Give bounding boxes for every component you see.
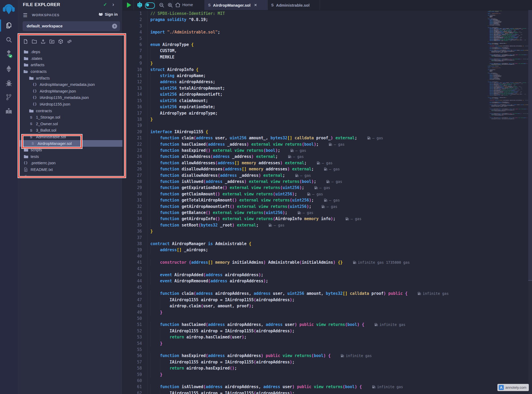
zoom-out-icon[interactable] [159, 2, 165, 8]
file-tree-item--states[interactable]: .states [18, 55, 122, 62]
code-line-36[interactable]: 36} [122, 228, 532, 234]
code-line-25[interactable]: 25 function allowAddresses(address[] mem… [122, 160, 532, 166]
code-line-61[interactable]: 61 function isAllowed(address airdropAdd… [122, 384, 532, 390]
code-line-62[interactable]: 62 IAirdrop1155 airdrop = IAirdrop1155(a… [122, 390, 532, 394]
code-line-52[interactable]: 52 IAirdrop1155 airdrop = IAirdrop1155(a… [122, 328, 532, 334]
code-line-51[interactable]: 51 function hasClaimed(address airdropAd… [122, 322, 532, 328]
file-tree-item-contracts[interactable]: contracts [18, 68, 122, 75]
code-line-21[interactable]: 21 function claim(address user, uint256 … [122, 135, 532, 141]
code-line-38[interactable]: 38contract AirdropManager is Administrab… [122, 241, 532, 247]
upload-file-icon[interactable] [40, 39, 46, 44]
new-folder-icon[interactable] [32, 39, 37, 44]
code-line-39[interactable]: 39 address[] _airdrops; [122, 247, 532, 253]
code-line-4[interactable]: 4import "./Administrable.sol"; [122, 29, 532, 35]
remix-logo-icon[interactable] [0, 2, 18, 16]
file-tree-item--deps[interactable]: .deps [18, 49, 122, 55]
code-line-10[interactable]: 10struct AirdropInfo { [122, 67, 532, 73]
code-line-46[interactable]: 46 function claim(address airdropAddress… [122, 291, 532, 297]
tab-administrable[interactable]: S Administrable.sol [267, 0, 320, 10]
file-tree-item-3-ballot-sol[interactable]: S3_Ballot.sol [18, 127, 122, 134]
code-line-24[interactable]: 24 function allowAddress(address _addres… [122, 154, 532, 160]
solidity-compiler-icon[interactable] [0, 49, 18, 58]
file-explorer-icon[interactable] [0, 21, 18, 30]
link-icon[interactable] [67, 39, 72, 44]
file-tree-item-airdropmanager-sol[interactable]: SAirdropManager.sol [19, 140, 122, 147]
file-tree-item-airdropmanager-metadata-json[interactable]: {}AirdropManager_metadata.json [18, 81, 122, 88]
code-line-29[interactable]: 29 function getExpirationDate() external… [122, 185, 532, 191]
scrollbar-slider[interactable] [528, 10, 532, 281]
deploy-run-icon[interactable] [0, 65, 18, 73]
code-line-43[interactable]: 43 event AirdropAdded(address airdropAdd… [122, 272, 532, 278]
code-editor[interactable]: 1// SPDX-License-Identifier: MIT2pragma … [122, 10, 532, 394]
file-tree-item-airdropmanager-json[interactable]: {}AirdropManager.json [18, 88, 122, 95]
code-line-60[interactable]: 60 [122, 378, 532, 384]
code-line-16[interactable]: 16 uint256 expirationDate; [122, 104, 532, 110]
code-line-34[interactable]: 34 function getAirdropInfo() external vi… [122, 216, 532, 222]
search-icon[interactable] [0, 36, 18, 44]
file-tree-item-iairdrop1155-metadata-json[interactable]: {}IAirdrop1155_metadata.json [18, 94, 122, 101]
file-tree-item-readme-txt[interactable]: README.txt [18, 166, 122, 173]
code-line-14[interactable]: 14 uint256 airdropAmountLeft; [122, 91, 532, 98]
home-icon[interactable] [175, 2, 181, 8]
code-line-49[interactable]: 49 } [122, 309, 532, 316]
file-tree-item-artifacts[interactable]: artifacts [18, 75, 122, 81]
code-line-26[interactable]: 26 function disallowAddresses(address[] … [122, 166, 532, 172]
ai-assistant-icon[interactable] [136, 2, 143, 8]
editor-scrollbar[interactable] [528, 10, 532, 394]
code-line-5[interactable]: 5 [122, 36, 532, 42]
tab-airdropmanager[interactable]: S AirdropManager.sol ✕ [204, 0, 267, 10]
code-line-32[interactable]: 32 function getAirdropAmountLeft() exter… [122, 204, 532, 210]
zoom-in-icon[interactable] [167, 2, 173, 8]
new-file-icon[interactable] [23, 39, 28, 44]
code-line-2[interactable]: 2pragma solidity ^0.8.19; [122, 17, 532, 23]
code-line-15[interactable]: 15 uint256 claimAmount; [122, 98, 532, 104]
code-line-41[interactable]: 41 constructor (address[] memory initial… [122, 259, 532, 266]
code-line-3[interactable]: 3 [122, 23, 532, 29]
code-line-54[interactable]: 54 } [122, 341, 532, 347]
code-line-20[interactable]: 20interface IAirdrop1155 { [122, 129, 532, 135]
code-line-1[interactable]: 1// SPDX-License-Identifier: MIT [122, 11, 532, 17]
code-line-6[interactable]: 6enum AirdropType { [122, 42, 532, 48]
code-line-58[interactable]: 58 return airdrop.hasExpired(); [122, 365, 532, 371]
code-line-23[interactable]: 23 function hasExpired() external view r… [122, 148, 532, 154]
file-tree-item-1-storage-sol[interactable]: S1_Storage.sol [18, 114, 122, 121]
code-line-17[interactable]: 17 AirdropType airdropType; [122, 110, 532, 116]
file-tree-item-administrable-sol[interactable]: SAdministrable.sol [18, 134, 122, 140]
toggle-switch[interactable] [145, 2, 155, 9]
file-tree-item-scripts[interactable]: scripts [18, 147, 122, 153]
code-line-47[interactable]: 47 IAirdrop1155 airdrop = IAirdrop1155(a… [122, 297, 532, 303]
code-line-7[interactable]: 7 CUSTOM, [122, 48, 532, 54]
code-line-19[interactable]: 19 [122, 123, 532, 129]
sign-in-button[interactable]: Sign in [98, 12, 118, 16]
code-line-28[interactable]: 28 function isAllowed(address _address) … [122, 179, 532, 185]
code-line-59[interactable]: 59 } [122, 372, 532, 378]
code-line-56[interactable]: 56 function hasExpired(address airdropAd… [122, 353, 532, 359]
workspaces-menu-icon[interactable]: ☰ [23, 12, 27, 18]
code-line-33[interactable]: 33 function getBalance() external view r… [122, 210, 532, 216]
file-tree-item-contracts[interactable]: contracts [18, 107, 122, 114]
code-line-44[interactable]: 44 event AirdropRemoved(address airdropA… [122, 278, 532, 284]
git-icon[interactable] [0, 93, 18, 101]
file-tree-item-iairdrop1155-json[interactable]: {}IAirdrop1155.json [18, 101, 122, 108]
file-tree-item--prettierrc-json[interactable]: {}.prettierrc.json [18, 160, 122, 166]
code-line-42[interactable]: 42 [122, 266, 532, 272]
close-tab-icon[interactable]: ✕ [254, 3, 257, 7]
tab-home[interactable]: Home [182, 2, 193, 7]
upload-folder-icon[interactable] [49, 39, 55, 44]
debugger-icon[interactable] [0, 79, 18, 87]
code-line-18[interactable]: 18} [122, 116, 532, 123]
code-line-31[interactable]: 31 function getTotalAirdropAmount() exte… [122, 197, 532, 203]
code-line-48[interactable]: 48 airdrop.claim(user, amount, proof); [122, 303, 532, 309]
code-line-12[interactable]: 12 address airdropAddress; [122, 79, 532, 85]
file-tree-item[interactable]: S [18, 173, 122, 179]
file-tree-item-2-owner-sol[interactable]: S2_Owner.sol [18, 121, 122, 127]
code-line-53[interactable]: 53 return airdrop.hasClaimed(user); [122, 334, 532, 340]
workspace-select[interactable]: default_workspace [23, 21, 120, 31]
code-line-37[interactable]: 37 [122, 235, 532, 241]
code-line-13[interactable]: 13 uint256 totalAirdropAmount; [122, 85, 532, 91]
panel-expand-chevron-icon[interactable]: › [112, 1, 114, 7]
code-line-9[interactable]: 9} [122, 60, 532, 66]
code-line-50[interactable]: 50 [122, 316, 532, 322]
code-line-30[interactable]: 30 function getClaimAmount() external vi… [122, 191, 532, 197]
code-line-22[interactable]: 22 function hasClaimed(address _address)… [122, 141, 532, 148]
